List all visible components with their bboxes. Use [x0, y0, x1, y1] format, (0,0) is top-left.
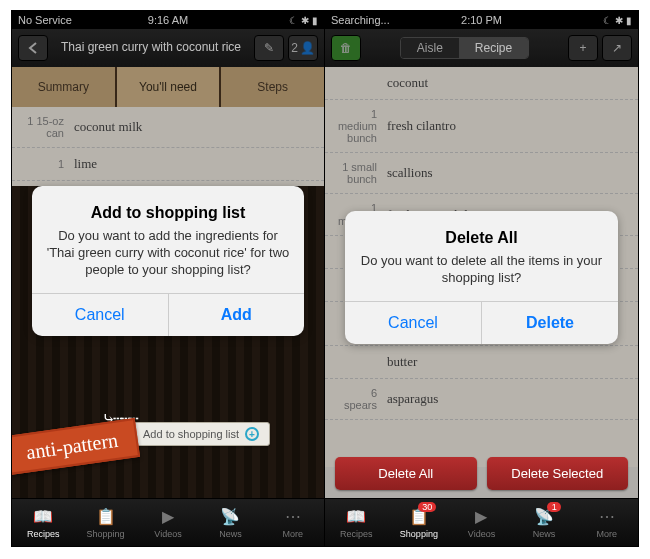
cancel-button[interactable]: Cancel: [345, 302, 481, 344]
add-shopping-pill[interactable]: Add to shopping list +: [132, 422, 270, 446]
delete-all-button[interactable]: Delete All: [335, 457, 477, 490]
tab-shopping[interactable]: 📋Shopping: [74, 499, 136, 546]
tab-recipes[interactable]: 📖Recipes: [325, 499, 388, 546]
more-icon: ⋯: [282, 507, 304, 527]
tab-more[interactable]: ⋯More: [262, 499, 324, 546]
two-phone-comparison: No Service 9:16 AM ☾ ✱ ▮ Thai green curr…: [11, 10, 639, 547]
tab-bar: 📖Recipes 📋Shopping ▶Videos 📡News ⋯More: [12, 498, 324, 546]
tab-videos[interactable]: ▶Videos: [450, 499, 513, 546]
book-icon: 📖: [32, 507, 54, 527]
tab-more[interactable]: ⋯More: [575, 499, 638, 546]
delete-selected-button[interactable]: Delete Selected: [487, 457, 629, 490]
alert-dialog: Add to shopping list Do you want to add …: [32, 186, 304, 336]
badge: 30: [418, 502, 436, 512]
alert-dialog: Delete All Do you want to delete all the…: [345, 211, 618, 344]
tab-news[interactable]: 📡News: [199, 499, 261, 546]
phone-left: No Service 9:16 AM ☾ ✱ ▮ Thai green curr…: [12, 11, 325, 546]
tab-shopping[interactable]: 📋Shopping30: [388, 499, 451, 546]
add-button[interactable]: Add: [168, 294, 305, 336]
cancel-button[interactable]: Cancel: [32, 294, 168, 336]
rss-icon: 📡: [219, 507, 241, 527]
delete-button[interactable]: Delete: [481, 302, 618, 344]
alert-message: Do you want to add the ingredients for '…: [46, 228, 290, 279]
alert-message: Do you want to delete all the items in y…: [359, 253, 604, 287]
badge: 1: [547, 502, 561, 512]
list-icon: 📋: [95, 507, 117, 527]
tab-news[interactable]: 📡News1: [513, 499, 576, 546]
video-icon: ▶: [157, 507, 179, 527]
book-icon: 📖: [345, 507, 367, 527]
tab-recipes[interactable]: 📖Recipes: [12, 499, 74, 546]
tab-videos[interactable]: ▶Videos: [137, 499, 199, 546]
tab-bar: 📖Recipes 📋Shopping30 ▶Videos 📡News1 ⋯Mor…: [325, 498, 638, 546]
phone-right: Searching... 2:10 PM ☾ ✱ ▮ 🗑 Aisle Recip…: [325, 11, 638, 546]
more-icon: ⋯: [596, 507, 618, 527]
video-icon: ▶: [470, 507, 492, 527]
plus-icon: +: [245, 427, 259, 441]
alert-title: Add to shopping list: [46, 204, 290, 222]
alert-title: Delete All: [359, 229, 604, 247]
delete-toolbar: Delete All Delete Selected: [335, 457, 628, 490]
